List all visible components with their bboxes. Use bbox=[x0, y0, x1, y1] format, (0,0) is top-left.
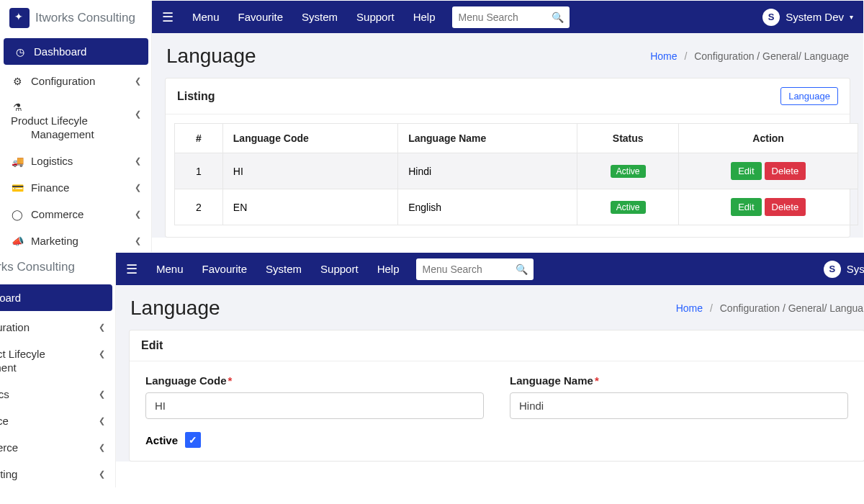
status-badge: Active bbox=[611, 201, 646, 214]
page-header: Language Home / Configuration / General/… bbox=[116, 285, 864, 330]
status-badge: Active bbox=[611, 165, 646, 178]
edit-button[interactable]: Edit bbox=[731, 162, 761, 180]
crumb-home[interactable]: Home bbox=[650, 50, 677, 62]
user-menu[interactable]: S System Dev ▾ bbox=[762, 9, 853, 26]
topmenu-favourite[interactable]: Favourite bbox=[202, 263, 248, 275]
panel-title: Listing bbox=[177, 90, 215, 103]
chevron-left-icon: ❮ bbox=[99, 349, 105, 359]
crumb-rest: Configuration / General/ Language bbox=[694, 50, 849, 62]
menu-search[interactable]: 🔍 bbox=[416, 258, 534, 280]
brand-logo-icon bbox=[9, 8, 30, 28]
brand-name: Itworks Consulting bbox=[0, 260, 75, 274]
label-active: Active bbox=[145, 434, 178, 446]
menu-search-input[interactable] bbox=[458, 12, 552, 23]
panel-header: Listing Language bbox=[166, 78, 850, 114]
col--: # bbox=[175, 124, 223, 153]
page-title: Language bbox=[130, 297, 220, 320]
language-button[interactable]: Language bbox=[780, 87, 838, 105]
chevron-left-icon: ❮ bbox=[135, 210, 141, 219]
cell-index: 2 bbox=[175, 189, 223, 225]
top-menu: MenuFavouriteSystemSupportHelp bbox=[156, 263, 399, 275]
hamburger-icon[interactable]: ☰ bbox=[162, 9, 174, 25]
finance-icon: 💳 bbox=[11, 182, 24, 194]
chevron-left-icon: ❮ bbox=[99, 469, 105, 479]
content: Language Home / Configuration / General/… bbox=[152, 33, 863, 238]
field-language-code: Language Code* bbox=[145, 374, 484, 419]
breadcrumb: Home / Configuration / General/ Langua bbox=[676, 302, 863, 314]
configuration-icon: ⚙ bbox=[11, 76, 24, 87]
sidebar-item-product-lifecyle-management-2[interactable]: Management bbox=[1, 128, 151, 148]
topmenu-system[interactable]: System bbox=[266, 263, 302, 275]
menu-search[interactable]: 🔍 bbox=[452, 6, 570, 28]
edit-button[interactable]: Edit bbox=[731, 198, 761, 216]
cell-code: HI bbox=[222, 153, 397, 189]
cell-action: EditDelete bbox=[679, 153, 858, 189]
brand: Itworks Consulting bbox=[1, 1, 151, 35]
topmenu-help[interactable]: Help bbox=[377, 263, 400, 275]
topmenu-menu[interactable]: Menu bbox=[192, 11, 220, 23]
input-language-name[interactable] bbox=[510, 392, 848, 419]
edit-form: Language Code* Language Name* Active ✓ bbox=[130, 361, 864, 461]
delete-button[interactable]: Delete bbox=[765, 198, 806, 216]
col-language-code: Language Code bbox=[222, 124, 397, 153]
brand-name: Itworks Consulting bbox=[35, 11, 135, 25]
sidebar-item-mmerce[interactable]: mmerce❮ bbox=[0, 434, 115, 461]
chevron-left-icon: ❮ bbox=[135, 183, 141, 192]
required-icon: * bbox=[595, 374, 599, 387]
hamburger-icon[interactable]: ☰ bbox=[126, 261, 138, 277]
topmenu-support[interactable]: Support bbox=[356, 11, 395, 23]
label-language-name: Language Name bbox=[510, 374, 593, 387]
menu-search-input[interactable] bbox=[422, 264, 516, 275]
label-language-code: Language Code bbox=[145, 374, 227, 387]
topmenu-system[interactable]: System bbox=[302, 11, 338, 23]
user-menu[interactable]: S Syst bbox=[824, 261, 864, 278]
sidebar-item-shboard[interactable]: shboard bbox=[0, 284, 112, 311]
search-icon[interactable]: 🔍 bbox=[552, 12, 564, 23]
cell-status: Active bbox=[577, 189, 679, 225]
app-listing: Itworks Consulting ◷Dashboard⚙Configurat… bbox=[0, 0, 864, 255]
language-table: #Language CodeLanguage NameStatusAction … bbox=[174, 123, 858, 225]
sidebar-item-dashboard[interactable]: ◷Dashboard bbox=[4, 38, 148, 65]
topmenu-favourite[interactable]: Favourite bbox=[238, 11, 284, 23]
input-language-code[interactable] bbox=[145, 392, 484, 419]
product-icon: ⚗ bbox=[11, 102, 24, 113]
table-row: 1HIHindiActiveEditDelete bbox=[175, 153, 858, 189]
topmenu-help[interactable]: Help bbox=[413, 11, 436, 23]
brand: Itworks Consulting bbox=[0, 253, 115, 282]
content: Language Home / Configuration / General/… bbox=[116, 285, 864, 462]
col-status: Status bbox=[577, 124, 679, 153]
sidebar-item-finance[interactable]: 💳Finance❮ bbox=[1, 174, 151, 201]
sidebar-item-gistics[interactable]: gistics❮ bbox=[0, 381, 115, 408]
panel-header: Edit bbox=[130, 330, 864, 361]
chevron-left-icon: ❮ bbox=[99, 443, 105, 452]
sidebar-item-logistics[interactable]: 🚚Logistics❮ bbox=[1, 148, 151, 174]
chevron-left-icon: ❮ bbox=[135, 109, 141, 119]
logistics-icon: 🚚 bbox=[11, 156, 24, 167]
avatar: S bbox=[824, 261, 841, 278]
crumb-home[interactable]: Home bbox=[676, 302, 703, 314]
cell-index: 1 bbox=[175, 153, 223, 189]
cell-code: EN bbox=[222, 189, 397, 225]
sidebar-item-nance[interactable]: nance❮ bbox=[0, 408, 115, 434]
delete-button[interactable]: Delete bbox=[765, 162, 806, 180]
search-icon[interactable]: 🔍 bbox=[516, 264, 528, 275]
sidebar-item-configuration[interactable]: ⚙Configuration❮ bbox=[1, 68, 151, 94]
chevron-left-icon: ❮ bbox=[99, 416, 105, 426]
sidebar-item-marketing[interactable]: 📣Marketing❮ bbox=[1, 228, 151, 254]
sidebar-item-nfiguration[interactable]: nfiguration❮ bbox=[0, 314, 115, 341]
sidebar-item-commerce[interactable]: ◯Commerce❮ bbox=[1, 201, 151, 228]
topmenu-menu[interactable]: Menu bbox=[156, 263, 184, 275]
listing-panel: Listing Language #Language CodeLanguage … bbox=[165, 78, 850, 238]
topmenu-support[interactable]: Support bbox=[320, 263, 359, 275]
page-header: Language Home / Configuration / General/… bbox=[152, 33, 863, 78]
breadcrumb: Home / Configuration / General/ Language bbox=[650, 50, 849, 62]
sidebar-item-arketing[interactable]: arketing❮ bbox=[0, 461, 115, 487]
active-checkbox[interactable]: ✓ bbox=[185, 432, 201, 448]
field-language-name: Language Name* bbox=[510, 374, 848, 419]
sidebar: Itworks Consulting shboardnfiguration❮od… bbox=[0, 253, 116, 487]
active-row: Active ✓ bbox=[145, 432, 848, 448]
chevron-left-icon: ❮ bbox=[99, 390, 105, 399]
top-menu: MenuFavouriteSystemSupportHelp bbox=[192, 11, 435, 23]
sidebar-item-oduct-lifecyle-ement-2[interactable]: ement bbox=[0, 361, 115, 381]
dashboard-icon: ◷ bbox=[14, 46, 27, 58]
